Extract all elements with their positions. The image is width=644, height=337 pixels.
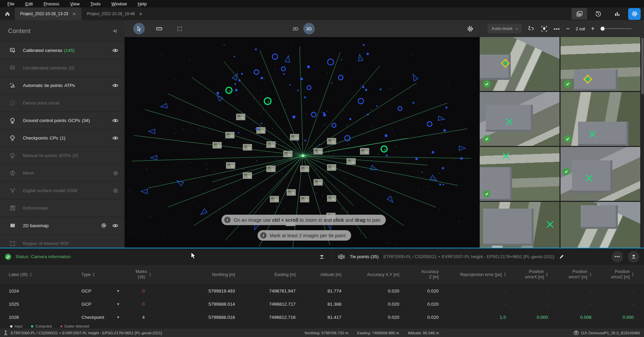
checkpoint-x-marker[interactable]	[587, 128, 598, 140]
panel-scrollbar[interactable]	[641, 37, 644, 248]
sidebar-item-orthomosaic[interactable]: Orthomosaic	[0, 200, 125, 217]
image-thumbnail[interactable]	[480, 37, 560, 91]
cell-type-dropdown[interactable]: Checkpoint▼	[81, 315, 129, 320]
tab-close-icon[interactable]: ✕	[72, 11, 76, 17]
image-thumbnail[interactable]	[480, 92, 560, 146]
menu-window[interactable]: Window	[107, 1, 132, 7]
column-header-marks[interactable]: Marks(16)▲▼	[129, 269, 158, 280]
column-header-reprojection-error[interactable]: Reprojection error [px]▲▼	[439, 272, 506, 277]
cell-label[interactable]: 1025	[9, 302, 81, 307]
status-label: Status: Camera information	[15, 254, 71, 259]
view-3d-button[interactable]: 3D	[303, 23, 315, 34]
images-panel-button[interactable]	[572, 8, 587, 20]
menu-process[interactable]: Process	[39, 1, 64, 7]
checkpoint-x-marker[interactable]	[504, 116, 515, 127]
image-thumbnail[interactable]	[561, 92, 640, 146]
item-settings-gear-icon[interactable]	[112, 188, 118, 194]
table-more-options-button[interactable]: •••	[612, 251, 623, 263]
sidebar-item-2d-basemap[interactable]: 2D basemap	[0, 217, 125, 235]
content-sidebar: Content Calibrated cameras(145) Uncalibr…	[0, 20, 125, 248]
image-thumbnail[interactable]	[480, 202, 560, 248]
image-thumbnail[interactable]	[480, 147, 560, 201]
collapse-table-button[interactable]	[628, 251, 639, 263]
column-header-altitude[interactable]: Altitude [m]	[296, 272, 341, 277]
sort-icon[interactable]: ▲▼	[30, 272, 32, 277]
auto-mark-button[interactable]: Auto-mark ›	[487, 24, 521, 33]
sidebar-item-mesh[interactable]: Mesh	[0, 164, 125, 182]
menu-file[interactable]: File	[3, 1, 19, 7]
column-header-position-error-z[interactable]: PositionerrorZ [m]▲▼	[591, 269, 634, 280]
collapse-status-panel-button[interactable]	[319, 254, 325, 259]
checkpoint-x-marker[interactable]	[544, 219, 556, 230]
table-row[interactable]: 1026 Checkpoint▼ 4 5799888.016 7496812.7…	[0, 311, 644, 324]
visibility-eye-icon[interactable]	[112, 82, 118, 89]
more-options-button[interactable]: •••	[554, 26, 560, 32]
menu-help[interactable]: Help	[133, 1, 151, 7]
history-button[interactable]	[590, 8, 606, 20]
tab-close-icon[interactable]: ✕	[139, 11, 142, 17]
menu-view[interactable]: View	[65, 1, 84, 7]
visibility-eye-icon[interactable]	[112, 222, 118, 229]
column-header-northing[interactable]: Northing [m]	[158, 272, 235, 277]
column-header-position-error-x[interactable]: PositionerrorX [m]▲▼	[506, 269, 548, 280]
image-thumbnail[interactable]	[561, 147, 640, 201]
slider-knob[interactable]	[601, 27, 605, 31]
item-settings-gear-icon[interactable]	[101, 222, 107, 229]
quality-report-button[interactable]	[609, 8, 625, 20]
sidebar-item-uncalibrated-cameras[interactable]: Uncalibrated cameras(0)	[0, 59, 125, 77]
visibility-eye-icon[interactable]	[112, 117, 118, 124]
cell-type-dropdown[interactable]: GCP▼	[81, 288, 129, 294]
add-tie-point-button[interactable]	[528, 25, 535, 32]
table-row[interactable]: 1024 GCP▼ 0 5799819.493 7496761.947 81.7…	[0, 284, 644, 298]
region-tool-button[interactable]	[174, 23, 185, 34]
column-header-label[interactable]: Label (35)▲▼	[9, 272, 81, 277]
column-header-position-error-y[interactable]: PositionerrorY [m]▲▼	[548, 269, 591, 280]
sidebar-item-calibrated-cameras[interactable]: Calibrated cameras(145)	[0, 42, 125, 59]
gcp-diamond-marker[interactable]	[500, 58, 511, 69]
menu-edit[interactable]: Edit	[21, 1, 37, 7]
visibility-eye-icon[interactable]	[112, 135, 118, 141]
select-tool-button[interactable]	[133, 23, 145, 34]
cell-type-dropdown[interactable]: GCP▼	[81, 302, 129, 307]
tab-project-1[interactable]: Project_2022-10-28_13-23 ✕	[15, 7, 81, 20]
focus-on-mark-button[interactable]	[541, 25, 548, 32]
decrease-columns-button[interactable]: −	[566, 26, 570, 32]
image-thumbnail[interactable]	[561, 37, 640, 91]
edit-crs-button[interactable]	[559, 254, 565, 259]
settings-button[interactable]	[628, 8, 641, 20]
home-button[interactable]	[0, 7, 15, 20]
image-thumbnail[interactable]	[561, 202, 640, 248]
column-header-easting[interactable]: Easting [m]	[235, 272, 296, 277]
measure-tool-button[interactable]	[154, 23, 165, 34]
view-2d-button[interactable]: 2D	[290, 23, 301, 34]
cell-label[interactable]: 1026	[9, 315, 81, 320]
checkpoint-x-marker[interactable]	[500, 150, 512, 162]
sidebar-item-checkpoints[interactable]: CheckpointsCPs(1)	[0, 129, 125, 147]
sort-icon[interactable]: ▲▼	[93, 272, 95, 277]
3d-viewport[interactable]: i On an image use ctrl + scroll to zoom …	[125, 37, 480, 248]
column-header-type[interactable]: Type▲▼	[81, 272, 129, 277]
thumbnail-size-slider[interactable]	[601, 28, 632, 29]
sidebar-item-dense-point-cloud[interactable]: Dense point cloud	[0, 94, 125, 112]
increase-columns-button[interactable]: +	[591, 26, 595, 32]
checkpoint-x-marker[interactable]	[583, 173, 595, 184]
table-row[interactable]: 1025 GCP▼ 0 5799888.014 7496812.717 81.3…	[0, 298, 644, 311]
sort-icon[interactable]: ▲▼	[632, 272, 634, 277]
viewport-settings-button[interactable]	[467, 25, 474, 32]
sidebar-item-manual-tie-points[interactable]: Manual tie pointsMTPs(0)	[0, 147, 125, 164]
tab-project-2[interactable]: Project_2022-10-28_19-46 ✕	[81, 7, 148, 20]
sort-icon[interactable]: ▲▼	[149, 272, 151, 277]
cell-label[interactable]: 1024	[9, 288, 81, 294]
scrollbar-thumb[interactable]	[641, 38, 644, 94]
menu-tools[interactable]: Tools	[86, 1, 105, 7]
column-header-accuracy-z[interactable]: AccuracyZ [m]	[399, 269, 439, 280]
visibility-eye-icon[interactable]	[112, 47, 118, 54]
status-section[interactable]: Status: Camera information	[0, 248, 332, 265]
column-header-accuracy-xy[interactable]: Accuracy X,Y [m]	[341, 272, 399, 277]
sidebar-collapse-button[interactable]	[112, 28, 118, 34]
sidebar-item-automatic-tie-points[interactable]: Automatic tie pointsATPs	[0, 77, 125, 94]
sidebar-item-dsm[interactable]: Digital surface modelDSM	[0, 182, 125, 200]
sidebar-item-ground-control-points[interactable]: 3D Ground control pointsGCPs(34)	[0, 112, 125, 129]
item-settings-gear-icon[interactable]	[112, 170, 118, 176]
gcp-diamond-marker[interactable]	[582, 73, 594, 85]
